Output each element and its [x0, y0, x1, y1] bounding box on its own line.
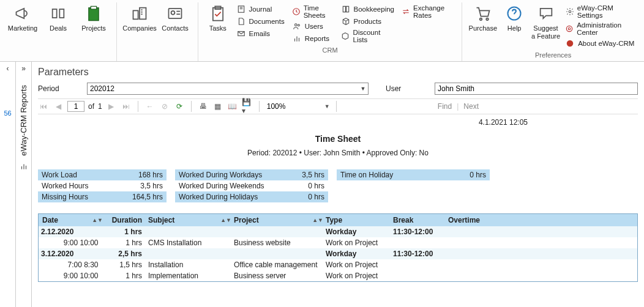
clipboard-check-icon — [208, 4, 228, 23]
summary-row: Worked During Workdays3,5 hrs — [175, 169, 328, 180]
reports-button[interactable]: Reports — [291, 33, 335, 44]
deals-button[interactable]: Deals — [40, 2, 76, 34]
stop-button[interactable]: ⊘ — [159, 101, 170, 112]
summary-row: Worked Hours3,5 hrs — [38, 180, 167, 191]
svg-rect-1 — [59, 9, 64, 18]
zoom-select[interactable] — [266, 102, 321, 111]
refresh-button[interactable]: ⟳ — [174, 101, 185, 112]
documents-icon — [236, 17, 246, 26]
export-button[interactable]: 💾▾ — [242, 101, 253, 112]
contacts-button[interactable]: Contacts — [157, 2, 193, 34]
chevron-down-icon[interactable]: ▼ — [358, 86, 368, 92]
about-icon — [565, 39, 575, 48]
report-body: 4.1.2021 12:05 Time Sheet Period: 202012… — [38, 114, 638, 286]
ribbon-group-crm: Tasks Journal Documents Emails Time Shee… — [198, 2, 462, 61]
timesheets-button[interactable]: Time Sheets — [291, 4, 335, 20]
page-input[interactable] — [67, 101, 84, 112]
page-setup-button[interactable]: 📖 — [227, 101, 238, 112]
svg-point-25 — [480, 18, 482, 21]
projects-icon — [84, 4, 103, 23]
barchart-icon — [292, 34, 302, 43]
sort-icon[interactable]: ▲▼ — [220, 217, 231, 223]
suggest-button[interactable]: Suggest a Feature — [530, 2, 561, 42]
documents-button[interactable]: Documents — [235, 16, 286, 27]
print-button[interactable]: 🖶 — [198, 101, 209, 112]
svg-rect-2 — [89, 8, 99, 21]
tasks-button[interactable]: Tasks — [203, 2, 233, 34]
summary-row: Work Load168 hrs — [38, 169, 167, 180]
table-row: 7:00 8:301,5 hrsInstallationOffice cable… — [39, 259, 637, 270]
next-page-button[interactable]: ▶ — [106, 101, 117, 112]
bookkeeping-button[interactable]: Bookkeeping — [340, 4, 396, 15]
find-button[interactable]: Find — [438, 102, 452, 111]
users-icon — [292, 21, 302, 31]
deals-icon — [48, 4, 68, 23]
buildings-icon — [130, 4, 149, 23]
sort-icon[interactable]: ▲▼ — [312, 217, 323, 223]
admin-center-button[interactable]: Administration Center — [564, 21, 637, 37]
companies-button[interactable]: Companies — [122, 2, 157, 34]
speech-icon — [536, 4, 556, 23]
summary-row: Worked During Holidays0 hrs — [175, 191, 328, 202]
about-button[interactable]: About eWay-CRM — [564, 38, 637, 49]
table-header: Date▲▼ Duration Subject▲▼ Project▲▼ Type… — [39, 214, 637, 226]
box-icon — [341, 17, 351, 26]
summary-panel: Work Load168 hrsWorked Hours3,5 hrsMissi… — [38, 169, 638, 202]
exchangerates-button[interactable]: Exchange Rates — [400, 4, 454, 20]
ribbon: Marketing Deals Projects Companies Conta… — [0, 0, 644, 62]
layout-button[interactable]: ▦ — [212, 101, 223, 112]
svg-rect-3 — [91, 6, 96, 9]
report-timestamp: 4.1.2021 12:05 — [38, 118, 638, 127]
svg-point-29 — [568, 28, 571, 30]
discountlists-button[interactable]: Discount Lists — [340, 28, 396, 44]
gear-icon — [565, 7, 574, 17]
cart-icon — [473, 4, 493, 23]
svg-point-21 — [298, 24, 299, 26]
products-button[interactable]: Products — [340, 16, 396, 27]
eway-settings-button[interactable]: eWay-CRM Settings — [564, 4, 637, 20]
table-row: 9:00 10:001 hrsCMS InstallationBusiness … — [39, 237, 637, 248]
back-button[interactable]: ← — [144, 101, 155, 112]
ribbon-group-prefs: Purchase Help Suggest a Feature eWay-CRM… — [462, 2, 644, 61]
period-input[interactable] — [88, 84, 358, 93]
journal-button[interactable]: Journal — [235, 4, 286, 15]
table-group-row: 2.12.20201 hrsWorkday11:30-12:00 — [39, 226, 637, 237]
find-next-button[interactable]: Next — [463, 102, 479, 111]
entries-table: Date▲▼ Duration Subject▲▼ Project▲▼ Type… — [38, 213, 638, 282]
period-select[interactable]: ▼ — [87, 83, 369, 95]
prev-page-button[interactable]: ◀ — [53, 101, 64, 112]
svg-rect-0 — [53, 9, 57, 18]
purchase-button[interactable]: Purchase — [467, 2, 498, 34]
emails-button[interactable]: Emails — [235, 28, 286, 39]
svg-point-10 — [171, 11, 175, 15]
crm-group-label: CRM — [323, 46, 338, 54]
ribbon-group-contacts: Companies Contacts — [117, 2, 198, 61]
chevron-left-icon[interactable]: ‹ — [7, 64, 9, 73]
chevron-right-icon[interactable]: » — [21, 64, 26, 73]
user-label: User — [386, 84, 429, 93]
projects-button[interactable]: Projects — [76, 2, 111, 34]
ribbon-group-main: Marketing Deals Projects — [0, 2, 117, 61]
help-button[interactable]: Help — [498, 2, 530, 34]
last-page-button[interactable]: ⏭ — [121, 101, 132, 112]
svg-rect-5 — [140, 8, 146, 20]
envelope-icon — [236, 29, 246, 39]
contact-card-icon — [165, 4, 185, 23]
journal-icon — [236, 4, 246, 14]
admin-icon — [565, 24, 574, 34]
marketing-button[interactable]: Marketing — [5, 2, 40, 34]
users-button[interactable]: Users — [291, 21, 335, 32]
table-group-row: 3.12.20202,5 hrsWorkday11:30-12:00 — [39, 248, 637, 259]
summary-row: Time on Holiday0 hrs — [337, 169, 490, 180]
first-page-button[interactable]: ⏮ — [38, 101, 49, 112]
summary-row: Worked During Weekends0 hrs — [175, 180, 328, 191]
user-input[interactable] — [435, 83, 638, 95]
side-tab[interactable]: » eWay-CRM Reports — [16, 62, 32, 307]
sort-icon[interactable]: ▲▼ — [92, 217, 103, 223]
book-icon — [341, 4, 351, 14]
side-tab-label: eWay-CRM Reports — [19, 85, 28, 156]
svg-rect-4 — [133, 10, 138, 19]
content-pane: Parameters Period ▼ User ⏮ ◀ of 1 ▶ ⏭ ← … — [32, 62, 644, 307]
discount-icon — [341, 31, 350, 41]
report-toolbar: ⏮ ◀ of 1 ▶ ⏭ ← ⊘ ⟳ 🖶 ▦ 📖 💾▾ ▼ Find | Nex… — [38, 98, 638, 114]
